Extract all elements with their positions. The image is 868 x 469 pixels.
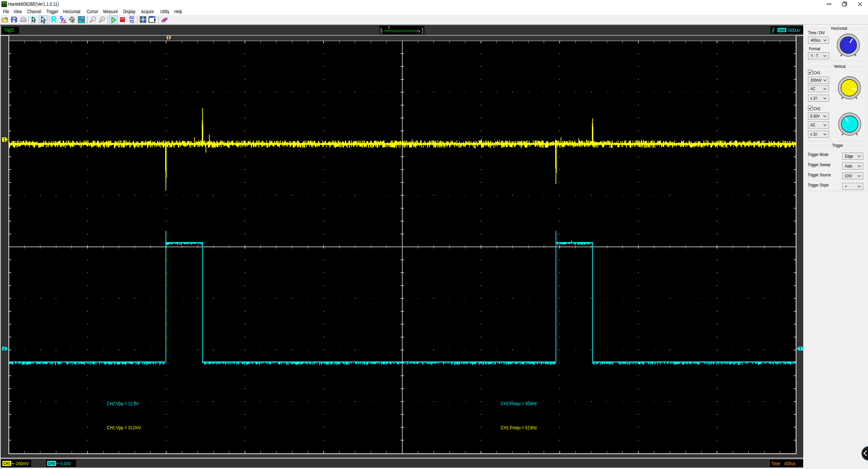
svg-text:1: 1 [3,137,6,142]
svg-text:2: 2 [3,347,6,351]
svg-text:0.00uV: 0.00uV [788,27,801,33]
svg-text:T: T [388,26,390,30]
svg-text:T: T [799,347,802,351]
svg-text:CH2: CH2 [778,28,786,32]
